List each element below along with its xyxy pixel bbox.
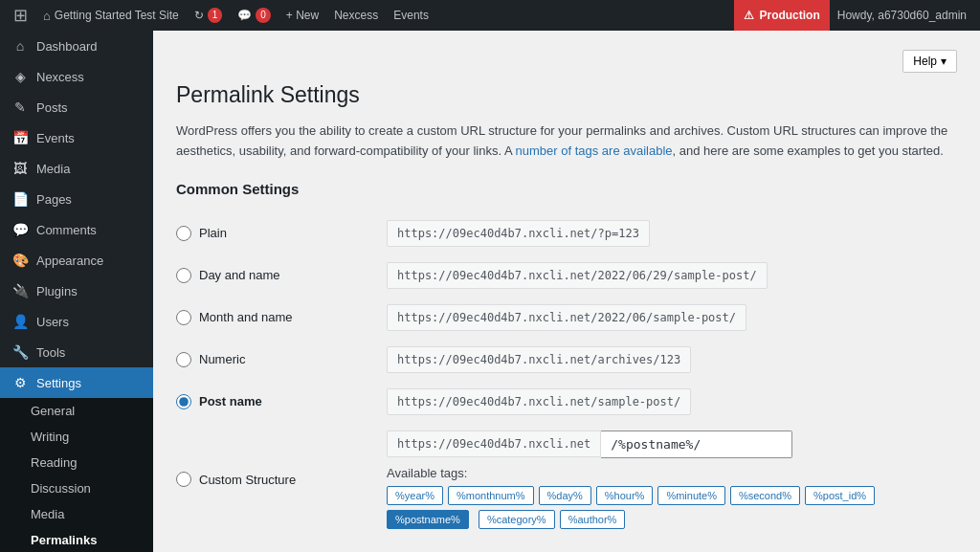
option-plain-label[interactable]: Plain [176,226,387,241]
page-title: Permalink Settings [176,82,957,108]
tag-post-id[interactable]: %post_id% [805,486,875,505]
nexcess-icon: ◈ [11,69,29,84]
tag-author[interactable]: %author% [560,510,626,529]
sidebar-item-comments[interactable]: 💬 Comments [0,214,153,245]
comments-icon: 💬 [11,222,29,237]
topbar-events[interactable]: Events [386,0,436,31]
topbar-nexcess[interactable]: Nexcess [326,0,386,31]
option-custom-row: Custom Structure https://09ec40d4b7.nxcl… [176,423,957,537]
tag-minute[interactable]: %minute% [657,486,725,505]
tag-second[interactable]: %second% [730,486,800,505]
tag-monthnum[interactable]: %monthnum% [448,486,534,505]
option-plain-url: https://09ec40d4b7.nxcli.net/?p=123 [387,220,650,247]
sidebar-item-appearance[interactable]: 🎨 Appearance [0,245,153,276]
tag-day[interactable]: %day% [539,486,591,505]
submenu-permalinks[interactable]: Permalinks [0,527,153,552]
sidebar-item-plugins[interactable]: 🔌 Plugins [0,276,153,306]
option-custom-label[interactable]: Custom Structure [176,472,387,487]
topbar-new[interactable]: + New [278,0,326,31]
topbar-production[interactable]: ⚠ Production [734,0,829,31]
submenu-discussion[interactable]: Discussion [0,475,153,501]
sidebar-item-settings[interactable]: ⚙ Settings [0,367,153,398]
sidebar-item-dashboard[interactable]: ⌂ Dashboard [0,31,153,61]
sidebar-item-nexcess[interactable]: ◈ Nexcess [0,61,153,92]
help-bar: Help ▾ [176,50,957,73]
topbar-comments[interactable]: 💬 0 [230,0,278,31]
option-month-label[interactable]: Month and name [176,310,387,325]
settings-icon: ⚙ [11,375,29,390]
custom-base-url: https://09ec40d4b7.nxcli.net [387,431,601,457]
topbar-updates[interactable]: ↻ 1 [187,0,231,31]
topbar-wp-icon[interactable]: ⊞ [6,0,35,31]
option-numeric-label[interactable]: Numeric [176,352,387,367]
topbar: ⊞ ⌂ Getting Started Test Site ↻ 1 💬 0 + … [0,0,980,31]
tools-icon: 🔧 [11,344,29,360]
topbar-site-name[interactable]: ⌂ Getting Started Test Site [35,0,187,31]
topbar-howdy[interactable]: Howdy, a6730d60_admin [830,9,974,22]
dashboard-icon: ⌂ [11,38,29,54]
pages-icon: 📄 [11,191,29,207]
submenu-writing[interactable]: Writing [0,424,153,450]
available-tags-label: Available tags: [387,466,957,480]
permalink-options-table: Plain https://09ec40d4b7.nxcli.net/?p=12… [176,212,957,537]
sidebar-item-tools[interactable]: 🔧 Tools [0,337,153,367]
sidebar-item-media[interactable]: 🖼 Media [0,153,153,184]
option-month-radio[interactable] [176,310,191,325]
option-plain-row: Plain https://09ec40d4b7.nxcli.net/?p=12… [176,212,957,254]
available-tags-link[interactable]: number of tags are available [516,144,673,158]
option-numeric-url: https://09ec40d4b7.nxcli.net/archives/12… [387,346,691,373]
tags-container: %year% %monthnum% %day% %hour% %minute% … [387,486,957,529]
custom-structure-input[interactable] [601,431,792,458]
option-day-row: Day and name https://09ec40d4b7.nxcli.ne… [176,254,957,297]
submenu-media[interactable]: Media [0,501,153,527]
submenu-reading[interactable]: Reading [0,450,153,475]
option-custom-radio[interactable] [176,472,191,487]
sidebar-item-pages[interactable]: 📄 Pages [0,184,153,214]
option-plain-radio[interactable] [176,226,191,241]
custom-input-group: https://09ec40d4b7.nxcli.net [387,431,957,458]
sidebar-item-users[interactable]: 👤 Users [0,306,153,337]
posts-icon: ✎ [11,99,29,115]
tag-category[interactable]: %category% [479,510,555,529]
option-postname-row: Post name https://09ec40d4b7.nxcli.net/s… [176,381,957,423]
sidebar-submenu-settings: General Writing Reading Discussion Media… [0,398,153,552]
option-postname-url: https://09ec40d4b7.nxcli.net/sample-post… [387,388,691,415]
tag-postname[interactable]: %postname% [387,510,469,529]
sidebar: ⌂ Dashboard ◈ Nexcess ✎ Posts 📅 Events 🖼… [0,31,153,552]
common-settings-title: Common Settings [176,181,957,197]
content-area: Help ▾ Permalink Settings WordPress offe… [153,31,980,552]
plugins-icon: 🔌 [11,283,29,298]
option-day-radio[interactable] [176,268,191,283]
option-numeric-row: Numeric https://09ec40d4b7.nxcli.net/arc… [176,339,957,381]
events-icon: 📅 [11,130,29,145]
page-description: WordPress offers you the ability to crea… [176,121,957,162]
option-numeric-radio[interactable] [176,352,191,367]
sidebar-item-posts[interactable]: ✎ Posts [0,92,153,122]
users-icon: 👤 [11,314,29,329]
appearance-icon: 🎨 [11,253,29,268]
option-day-label[interactable]: Day and name [176,268,387,283]
option-postname-radio[interactable] [176,394,191,409]
tag-hour[interactable]: %hour% [596,486,654,505]
option-month-row: Month and name https://09ec40d4b7.nxcli.… [176,297,957,339]
option-postname-label[interactable]: Post name [176,394,387,409]
submenu-general[interactable]: General [0,398,153,424]
help-button[interactable]: Help ▾ [902,50,957,73]
sidebar-item-events[interactable]: 📅 Events [0,122,153,153]
option-day-url: https://09ec40d4b7.nxcli.net/2022/06/29/… [387,262,768,289]
tag-year[interactable]: %year% [387,486,443,505]
option-month-url: https://09ec40d4b7.nxcli.net/2022/06/sam… [387,304,746,331]
media-icon: 🖼 [11,161,29,176]
